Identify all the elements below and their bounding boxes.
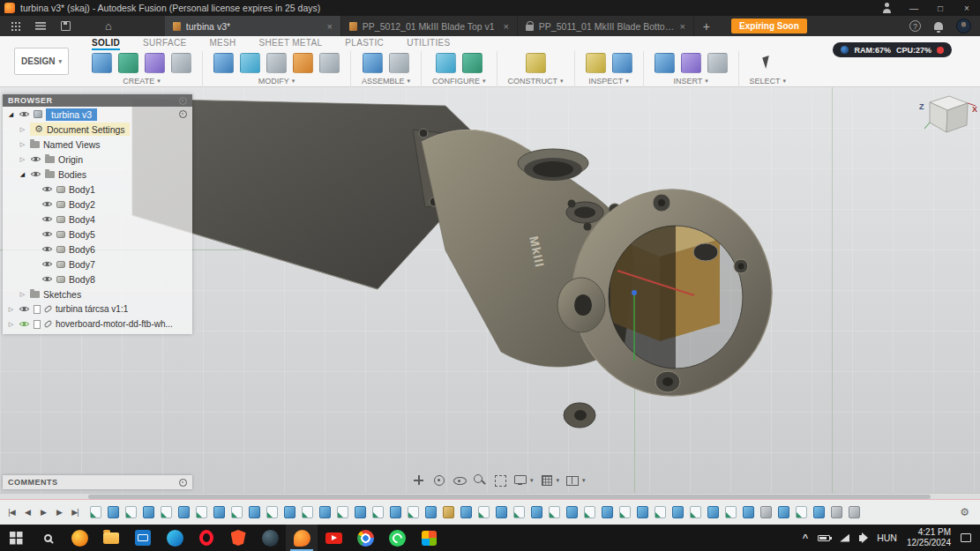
document-tab[interactable]: PP_5011_01 MkIII Blade Bottom*(1) × — [518, 16, 694, 36]
timeline-feature-icon[interactable] — [796, 506, 807, 518]
tab-close-icon[interactable]: × — [679, 21, 685, 32]
timeline-feature-icon[interactable] — [213, 506, 225, 518]
timeline-feature-icon[interactable] — [425, 506, 437, 518]
timeline-feature-icon[interactable] — [390, 506, 401, 518]
select-menu[interactable]: SELECT ▾ — [750, 77, 787, 86]
visibility-eye-icon[interactable] — [41, 199, 53, 210]
expand-arrow-icon[interactable]: ▷ — [19, 126, 26, 133]
taskbar-color-app[interactable] — [413, 525, 445, 551]
taskbar-clock[interactable]: 4:21 PM 12/25/2024 — [907, 527, 951, 548]
timeline-feature-icon[interactable] — [672, 506, 684, 518]
configure-icon[interactable] — [462, 53, 483, 73]
playback-button[interactable]: ▶ — [37, 508, 49, 517]
rigid-group-icon[interactable] — [389, 53, 409, 73]
visibility-eye-icon[interactable] — [19, 304, 30, 315]
action-center-icon[interactable] — [961, 533, 971, 542]
ribbon-tab[interactable]: SOLID — [92, 36, 120, 50]
section-analysis-icon[interactable] — [612, 53, 632, 73]
timeline-feature-icon[interactable] — [90, 506, 101, 518]
timeline-feature-icon[interactable] — [108, 506, 119, 518]
visibility-eye-icon[interactable] — [30, 169, 41, 180]
timeline-feature-icon[interactable] — [460, 506, 472, 518]
panel-options-icon[interactable] — [179, 97, 187, 105]
keyboard-language[interactable]: HUN — [877, 532, 897, 543]
timeline-feature-icon[interactable] — [619, 506, 631, 518]
timeline-feature-icon[interactable] — [602, 506, 613, 518]
visibility-eye-icon[interactable] — [19, 109, 30, 120]
construction-plane-icon[interactable] — [526, 53, 546, 73]
save-icon[interactable] — [61, 21, 71, 31]
document-tab[interactable]: PP_5012_01 MkIII Blade Top v1 × — [341, 16, 518, 36]
timeline-feature-icon[interactable] — [231, 506, 243, 518]
pan-icon[interactable] — [411, 473, 426, 488]
expand-arrow-icon[interactable]: ▷ — [19, 156, 26, 163]
timeline-feature-icon[interactable] — [566, 506, 578, 518]
taskbar-opera[interactable] — [191, 525, 222, 551]
create-primitive-icon[interactable] — [171, 53, 191, 73]
user-avatar[interactable] — [956, 19, 971, 34]
document-tab[interactable]: turbina v3* × — [165, 16, 341, 36]
timeline-feature-icon[interactable] — [478, 506, 490, 518]
timeline-feature-icon[interactable] — [284, 506, 295, 518]
minimize-button[interactable]: — — [901, 0, 927, 16]
ribbon-tab[interactable]: SURFACE — [143, 36, 186, 50]
timeline-scrollbar[interactable] — [0, 494, 980, 500]
timeline-feature-icon[interactable] — [760, 506, 772, 518]
expiring-soon-badge[interactable]: Expiring Soon — [731, 19, 807, 34]
body-row[interactable]: Body2 — [3, 197, 192, 212]
bodies-row[interactable]: ◢ Bodies — [3, 167, 192, 182]
help-icon[interactable]: ? — [909, 20, 921, 32]
close-button[interactable]: × — [954, 0, 980, 16]
linked-component-row[interactable]: ▷ hoverboard-motor-dd-ftb-wh... — [3, 316, 192, 331]
expand-arrow-icon[interactable]: ▷ — [7, 306, 15, 313]
timeline-feature-icon[interactable] — [725, 506, 737, 518]
orbit-icon[interactable] — [431, 473, 446, 488]
battery-icon[interactable] — [818, 535, 830, 541]
named-views-row[interactable]: ▷ Named Views — [3, 137, 192, 152]
viewports-icon[interactable] — [565, 473, 580, 488]
timeline-feature-icon[interactable] — [531, 506, 542, 518]
document-settings-row[interactable]: ▷ ⚙ Document Settings — [3, 122, 192, 137]
decal-icon[interactable] — [681, 53, 701, 73]
timeline-feature-icon[interactable] — [196, 506, 207, 518]
timeline-feature-icon[interactable] — [549, 506, 560, 518]
view-cube[interactable]: Z X — [917, 93, 979, 148]
new-component-icon[interactable] — [92, 53, 112, 73]
tab-close-icon[interactable]: × — [326, 21, 332, 32]
maximize-button[interactable]: □ — [927, 0, 954, 16]
expand-arrow-icon[interactable]: ▷ — [19, 141, 26, 148]
viewport[interactable]: MkIII — [0, 87, 980, 493]
body-row[interactable]: Body1 — [3, 182, 192, 197]
playback-button[interactable]: |◀ — [5, 508, 18, 517]
taskbar-search[interactable] — [32, 525, 64, 551]
configuration-table-icon[interactable] — [436, 53, 456, 73]
timeline-feature-icon[interactable] — [584, 506, 595, 518]
configure-menu[interactable]: CONFIGURE ▾ — [432, 77, 486, 86]
insert-menu[interactable]: INSERT ▾ — [673, 77, 707, 86]
create-menu[interactable]: CREATE ▾ — [123, 77, 160, 86]
create-sketch-icon[interactable] — [118, 53, 138, 73]
origin-row[interactable]: ▷ Origin — [3, 152, 192, 167]
insert-mesh-icon[interactable] — [707, 53, 728, 73]
browser-header[interactable]: BROWSER — [3, 94, 192, 107]
new-tab-button[interactable]: + — [694, 19, 719, 34]
comments-panel[interactable]: COMMENTS — [3, 475, 192, 489]
timeline-feature-icon[interactable] — [690, 506, 701, 518]
construct-menu[interactable]: CONSTRUCT ▾ — [508, 77, 564, 86]
volume-icon[interactable] — [859, 535, 863, 541]
body-row[interactable]: Body8 — [3, 272, 192, 287]
timeline-feature-icon[interactable] — [831, 506, 842, 518]
timeline-feature-icon[interactable] — [443, 506, 454, 518]
visibility-eye-icon[interactable] — [19, 319, 30, 330]
taskbar-firefox[interactable] — [64, 525, 95, 551]
display-settings-icon[interactable] — [512, 473, 527, 488]
zoom-icon[interactable] — [472, 473, 487, 488]
ribbon-tab[interactable]: PLASTIC — [345, 36, 384, 50]
user-account-icon[interactable] — [874, 0, 901, 16]
timeline-feature-icon[interactable] — [266, 506, 278, 518]
sketches-row[interactable]: ▷ Sketches — [3, 287, 192, 302]
ribbon-tab[interactable]: SHEET METAL — [259, 36, 323, 50]
timeline-feature-icon[interactable] — [707, 506, 719, 518]
combine-icon[interactable] — [293, 53, 313, 73]
timeline-feature-icon[interactable] — [178, 506, 190, 518]
